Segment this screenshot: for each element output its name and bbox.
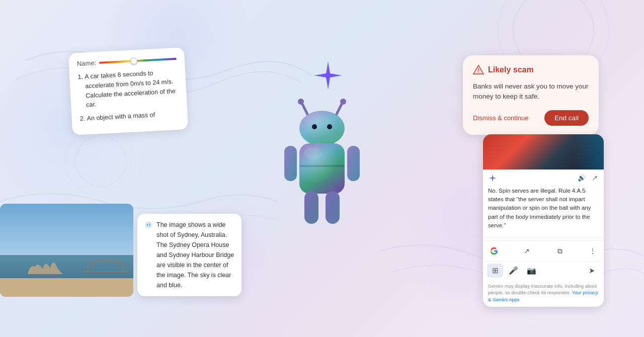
sydney-description-text: The image shows a wide shot of Sydney, A… [156, 220, 234, 290]
name-row: Name: [77, 55, 177, 67]
opera-house-silhouette [25, 254, 65, 274]
audio-toggle-icon[interactable]: 🔊 [578, 174, 586, 182]
gemini-bottom-toolbar: ⊞ 🎤 📷 ➤ [483, 261, 604, 281]
android-body-svg [272, 91, 372, 231]
svg-text:!: ! [477, 68, 479, 73]
gemini-image-strip [483, 134, 604, 170]
scam-warning-card: ! Likely scam Banks will never ask you t… [463, 55, 599, 135]
color-slider[interactable] [99, 57, 177, 63]
android-robot [267, 86, 377, 236]
scam-title-text: Likely scam [488, 65, 534, 74]
gemini-spark-icon [313, 60, 343, 91]
quiz-question-2: An object with a mass of [87, 109, 180, 123]
gemini-footer-note: Gemini may display inaccurate info, incl… [483, 281, 604, 307]
svg-rect-15 [284, 146, 297, 181]
svg-point-11 [327, 124, 332, 129]
sydney-card: The image shows a wide shot of Sydney, A… [0, 204, 242, 297]
svg-rect-16 [347, 146, 360, 181]
svg-point-2 [75, 136, 126, 186]
svg-rect-18 [326, 191, 340, 224]
gemini-response-text: No. Spin serves are illegal. Rule 4.A.5 … [488, 188, 591, 228]
svg-point-9 [299, 111, 345, 146]
svg-point-3 [65, 126, 136, 196]
scam-title-row: ! Likely scam [473, 64, 589, 75]
quiz-card: Name: A car takes 8 seconds to accelerat… [68, 47, 188, 135]
google-g-icon [490, 247, 498, 255]
sydney-ground [0, 278, 133, 297]
copy-button[interactable]: ⧉ [553, 244, 567, 258]
more-options-button[interactable]: ⋮ [586, 244, 600, 258]
screenshot-button[interactable]: ⊞ [487, 264, 503, 278]
gemini-star-icon [488, 174, 497, 183]
audio-icon[interactable] [144, 221, 152, 229]
gemini-panel: 🔊 ↗ No. Spin serves are illegal. Rule 4.… [483, 134, 604, 307]
svg-point-5 [298, 99, 304, 105]
sydney-description-card: The image shows a wide shot of Sydney, A… [137, 214, 242, 296]
end-call-button[interactable]: End call [544, 110, 589, 126]
gemini-panel-header: 🔊 ↗ [483, 170, 604, 185]
quiz-questions: A car takes 8 seconds to accelerate from… [77, 67, 180, 124]
gemini-toolbar: ↗ ⧉ ⋮ [483, 240, 604, 261]
warning-icon: ! [473, 64, 484, 75]
svg-rect-17 [304, 191, 318, 224]
google-search-button[interactable] [487, 244, 501, 258]
quiz-question-1: A car takes 8 seconds to accelerate from… [85, 67, 179, 110]
microphone-button[interactable]: 🎤 [505, 264, 521, 278]
camera-button[interactable]: 📷 [523, 264, 539, 278]
external-link-icon[interactable]: ↗ [591, 174, 599, 182]
image-strip-overlay [574, 134, 604, 170]
share-button[interactable]: ↗ [520, 244, 534, 258]
send-button[interactable]: ➤ [584, 264, 600, 278]
gemini-panel-icons: 🔊 ↗ [578, 174, 599, 182]
svg-point-10 [312, 124, 317, 129]
slider-track [99, 57, 177, 63]
dismiss-button[interactable]: Dismiss & continue [473, 114, 529, 122]
panel-divider [483, 237, 604, 237]
sydney-sky [0, 204, 133, 255]
scam-actions: Dismiss & continue End call [473, 110, 589, 126]
svg-point-19 [304, 147, 322, 159]
svg-point-7 [340, 99, 346, 105]
sydney-image [0, 204, 133, 297]
slider-thumb [130, 57, 137, 65]
gemini-panel-body: No. Spin serves are illegal. Rule 4.A.5 … [483, 185, 604, 234]
name-label: Name: [77, 59, 97, 67]
harbour-bridge-silhouette [83, 257, 128, 274]
scam-body-text: Banks will never ask you to move your mo… [473, 81, 589, 102]
